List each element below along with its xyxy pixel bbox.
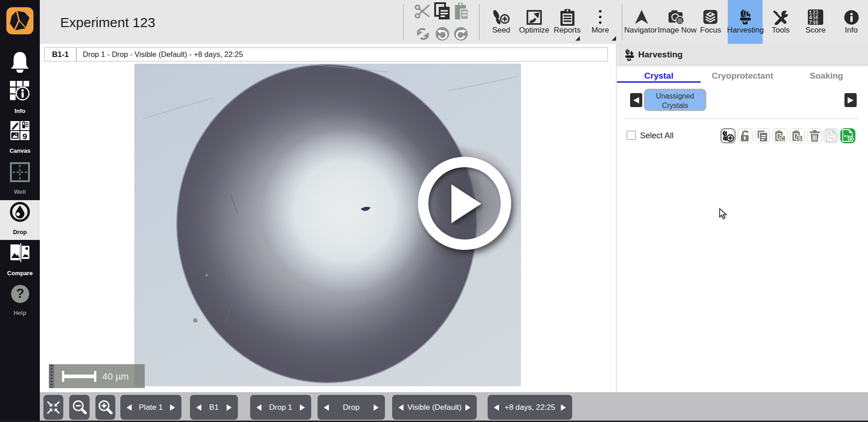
svg-text:Trip: Trip xyxy=(828,136,835,141)
svg-text:789: 789 xyxy=(809,20,819,25)
svg-text:C: C xyxy=(780,136,784,142)
svg-text:9: 9 xyxy=(22,132,27,140)
svg-text:S: S xyxy=(797,136,801,142)
svg-text:?: ? xyxy=(16,286,24,300)
